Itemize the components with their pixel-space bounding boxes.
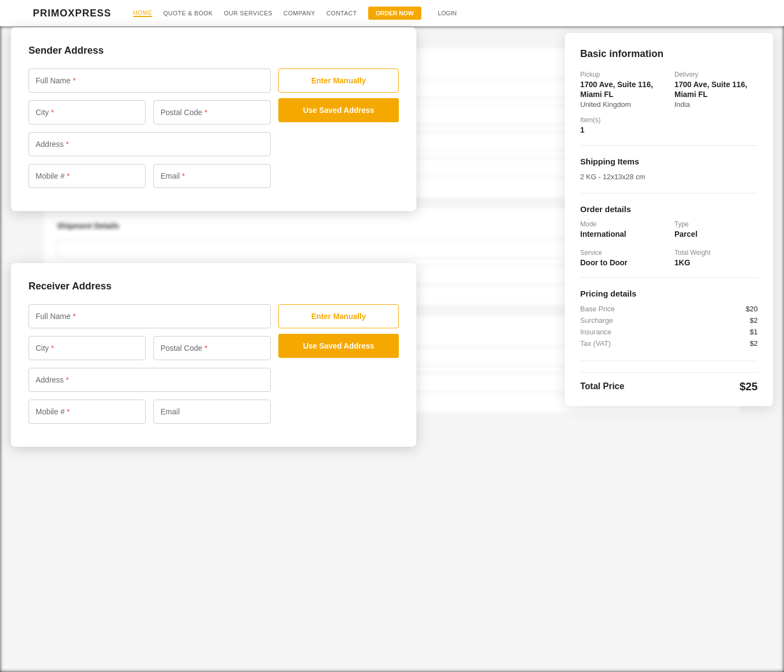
weight-label: Total Weight <box>674 249 758 257</box>
sender-fullname-field[interactable]: Full Name * <box>28 69 271 93</box>
receiver-fullname-label: Full Name * <box>36 312 76 321</box>
sender-fullname-label: Full Name * <box>36 76 76 85</box>
pickup-delivery-section: Pickup 1700 Ave, Suite 116, Miami FL Uni… <box>580 71 758 146</box>
receiver-postal-field[interactable]: Postal Code * <box>153 336 271 360</box>
total-row: Total Price $25 <box>580 372 758 393</box>
sender-address-label: Address * <box>36 140 69 149</box>
pickup-country: United Kingdom <box>580 100 663 109</box>
pricing-section: Pricing details Base Price $20 Surcharge… <box>580 289 758 361</box>
nav-home[interactable]: HOME <box>133 9 152 17</box>
sender-city-label: City * <box>36 108 54 117</box>
nav-links: HOME QUOTE & BOOK OUR SERVICES COMPANY C… <box>133 7 751 20</box>
order-title: Order details <box>580 204 758 214</box>
receiver-city-field[interactable]: City * <box>28 336 146 360</box>
pickup-address: 1700 Ave, Suite 116, Miami FL <box>580 79 663 99</box>
delivery-label: Delivery <box>674 71 758 78</box>
nav-company[interactable]: COMPANY <box>283 10 315 16</box>
items-label: Item(s) <box>580 116 758 124</box>
delivery-country: India <box>674 100 758 109</box>
items-count: 1 <box>580 125 758 135</box>
receiver-fullname-group: Full Name * <box>28 304 271 328</box>
shipping-title: Shipping Items <box>580 157 758 166</box>
total-label: Total Price <box>580 381 625 391</box>
order-section: Order details Mode International Type Pa… <box>580 204 758 278</box>
sender-postal-label: Postal Code * <box>161 108 208 117</box>
info-panel-title: Basic information <box>580 48 758 60</box>
receiver-email-label: Email <box>161 407 180 416</box>
order-now-button[interactable]: ORDER NOW <box>368 7 422 20</box>
surcharge-value: $2 <box>750 316 758 324</box>
logo-suffix: XPRESS <box>68 8 111 19</box>
receiver-mobile-field[interactable]: Mobile # * <box>28 400 146 424</box>
pricing-title: Pricing details <box>580 289 758 298</box>
tax-row: Tax (VAT) $2 <box>580 339 758 348</box>
receiver-card-title: Receiver Address <box>28 281 399 292</box>
weight-value: 1KG <box>674 258 758 267</box>
sender-card-title: Sender Address <box>28 45 399 56</box>
receiver-mobile-label: Mobile # * <box>36 407 70 416</box>
insurance-value: $1 <box>750 328 758 336</box>
receiver-city-label: City * <box>36 344 54 352</box>
sender-mobile-label: Mobile # * <box>36 172 70 180</box>
sender-fullname-group: Full Name * <box>28 69 271 93</box>
sender-city-postal-row: City * Postal Code * <box>28 100 271 124</box>
receiver-address-field[interactable]: Address * <box>28 368 271 392</box>
tax-value: $2 <box>750 339 758 348</box>
nav-contact[interactable]: CONTACT <box>327 10 357 16</box>
sender-mobile-field[interactable]: Mobile # * <box>28 164 146 188</box>
sender-postal-field[interactable]: Postal Code * <box>153 100 271 124</box>
shipping-section: Shipping Items 2 KG - 12x13x28 cm <box>580 157 758 193</box>
base-price-label: Base Price <box>580 305 615 313</box>
receiver-enter-manually-button[interactable]: Enter Manually <box>278 304 399 328</box>
navbar: PRIMOXPRESS HOME QUOTE & BOOK OUR SERVIC… <box>0 0 784 26</box>
base-price-row: Base Price $20 <box>580 305 758 313</box>
logo-prefix: PRIMO <box>33 8 68 19</box>
type-value: Parcel <box>674 229 758 239</box>
insurance-label: Insurance <box>580 328 611 336</box>
weight-info: Total Weight 1KG <box>674 249 758 267</box>
receiver-city-postal-row: City * Postal Code * <box>28 336 271 360</box>
info-panel: Basic information Pickup 1700 Ave, Suite… <box>565 33 773 406</box>
receiver-buttons-col: Enter Manually Use Saved Address <box>278 304 399 358</box>
surcharge-label: Surcharge <box>580 316 613 324</box>
sender-address-card: Sender Address Full Name * City * <box>11 27 416 211</box>
sender-address-group: Address * <box>28 132 271 156</box>
receiver-postal-label: Postal Code * <box>161 344 208 352</box>
service-info: Service Door to Door <box>580 249 663 267</box>
sender-email-label: Email * <box>161 172 185 180</box>
mode-label: Mode <box>580 220 663 228</box>
sender-email-field[interactable]: Email * <box>153 164 271 188</box>
logo: PRIMOXPRESS <box>33 8 111 19</box>
mode-value: International <box>580 229 663 239</box>
receiver-email-field[interactable]: Email <box>153 400 271 424</box>
nav-services[interactable]: OUR SERVICES <box>224 10 272 16</box>
total-value: $25 <box>740 380 758 393</box>
delivery-info: Delivery 1700 Ave, Suite 116, Miami FL I… <box>674 71 758 109</box>
login-button[interactable]: LOGIN <box>438 10 456 16</box>
sender-city-field[interactable]: City * <box>28 100 146 124</box>
delivery-address: 1700 Ave, Suite 116, Miami FL <box>674 79 758 99</box>
service-value: Door to Door <box>580 258 663 267</box>
receiver-fullname-field[interactable]: Full Name * <box>28 304 271 328</box>
type-info: Type Parcel <box>674 220 758 239</box>
sender-enter-manually-button[interactable]: Enter Manually <box>278 69 399 93</box>
sender-mobile-email-row: Mobile # * Email * <box>28 164 271 188</box>
sender-use-saved-button[interactable]: Use Saved Address <box>278 98 399 122</box>
receiver-use-saved-button[interactable]: Use Saved Address <box>278 334 399 358</box>
shipping-detail: 2 KG - 12x13x28 cm <box>580 173 758 181</box>
receiver-mobile-email-row: Mobile # * Email <box>28 400 271 424</box>
sender-buttons-col: Enter Manually Use Saved Address <box>278 69 399 122</box>
surcharge-row: Surcharge $2 <box>580 316 758 324</box>
pickup-info: Pickup 1700 Ave, Suite 116, Miami FL Uni… <box>580 71 663 109</box>
type-label: Type <box>674 220 758 228</box>
base-price-value: $20 <box>746 305 758 313</box>
receiver-address-label: Address * <box>36 375 69 384</box>
insurance-row: Insurance $1 <box>580 328 758 336</box>
nav-quote[interactable]: QUOTE & BOOK <box>163 10 213 16</box>
tax-label: Tax (VAT) <box>580 339 611 348</box>
receiver-address-card: Receiver Address Full Name * City * <box>11 263 416 447</box>
pickup-label: Pickup <box>580 71 663 78</box>
receiver-address-group: Address * <box>28 368 271 392</box>
mode-info: Mode International <box>580 220 663 239</box>
sender-address-field[interactable]: Address * <box>28 132 271 156</box>
